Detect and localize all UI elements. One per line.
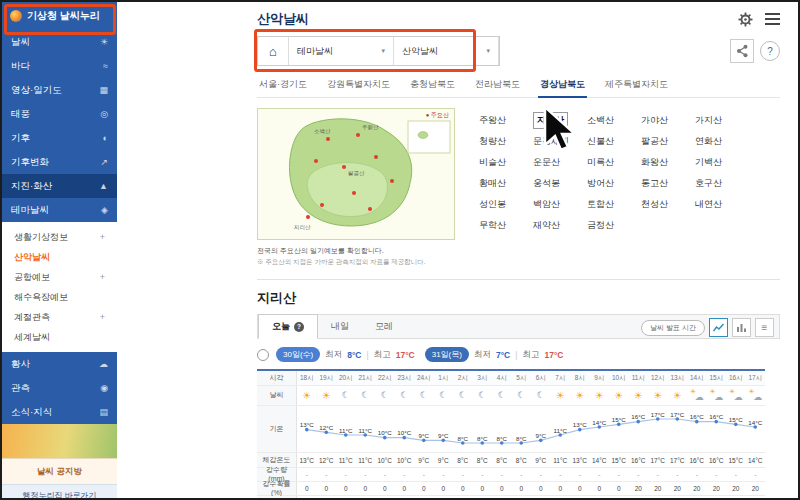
wind-cell: ↙2 xyxy=(317,496,337,500)
breadcrumb-box: ⌂ 테마날씨 ▾ 산악날씨 ▾ xyxy=(257,36,500,66)
mountain-link[interactable]: 토함산 xyxy=(587,194,641,215)
mountain-link[interactable]: 연화산 xyxy=(695,131,749,152)
submenu-item[interactable]: 세계날씨 xyxy=(2,327,117,347)
sidebar-item-label: 태풍 xyxy=(11,108,30,121)
region-tab[interactable]: 서울·경기도 xyxy=(257,75,309,97)
mountain-link[interactable]: 문경새재 xyxy=(533,131,587,152)
mountain-link[interactable]: 지리산 xyxy=(533,110,587,131)
mountain-link[interactable]: 성인봉 xyxy=(479,194,533,215)
gov-portal-link-banner[interactable]: 행정누리집 바로가기 xyxy=(2,484,117,498)
help-button[interactable]: ? xyxy=(760,41,780,61)
region-tab[interactable]: 경상남북도 xyxy=(538,75,587,98)
submenu-item[interactable]: 해수욕장예보 xyxy=(2,287,117,307)
mountain-link[interactable]: 금정산 xyxy=(587,215,641,236)
breadcrumb-dropdown-page[interactable]: 산악날씨 ▾ xyxy=(394,37,499,65)
mountain-link[interactable]: 방어산 xyxy=(587,173,641,194)
sidebar-item-dust[interactable]: 황사☁ xyxy=(2,352,117,376)
mountain-link[interactable]: 주왕산 xyxy=(479,110,533,131)
sidebar-item-volcano[interactable]: 지진·화산▲ xyxy=(2,174,117,198)
mountain-link[interactable]: 웅석봉 xyxy=(533,173,587,194)
precip-probability-cell: 0 xyxy=(492,482,512,495)
home-icon[interactable]: ⌂ xyxy=(258,37,289,65)
max-label: 최고 xyxy=(522,349,539,361)
row-label: 날씨 xyxy=(257,386,297,405)
list-view-button[interactable]: ≡ xyxy=(755,318,774,337)
day-tab[interactable]: 오늘? xyxy=(258,314,318,339)
mountain-link[interactable]: 청량산 xyxy=(479,131,533,152)
submenu-item[interactable]: 생활기상정보+ xyxy=(2,227,117,247)
promo-banner[interactable] xyxy=(2,424,117,458)
mountain-link[interactable]: 신불산 xyxy=(587,131,641,152)
hour-cell: 1시 xyxy=(434,371,454,385)
day-tab[interactable]: 내일 xyxy=(318,315,362,338)
wind-cell: →3 xyxy=(707,496,727,500)
menu-hamburger-icon[interactable] xyxy=(765,13,780,25)
submenu-item[interactable]: 공항예보+ xyxy=(2,267,117,287)
region-tab[interactable]: 충청남북도 xyxy=(408,75,457,97)
temp-value: 10°C xyxy=(375,429,395,436)
precip-probability-cell: 0 xyxy=(414,482,434,495)
chart-view-button[interactable] xyxy=(709,318,728,337)
breadcrumb-dropdown-theme-label: 테마날씨 xyxy=(297,45,333,58)
mountain-link[interactable]: 화왕산 xyxy=(641,152,695,173)
hour-cell: 18시 xyxy=(297,371,317,385)
separator: | xyxy=(515,350,517,360)
sidebar-item-typhoon[interactable]: 태풍◎ xyxy=(2,102,117,126)
mountain-link[interactable]: 호구산 xyxy=(695,173,749,194)
mountain-link[interactable]: 통고산 xyxy=(641,173,695,194)
mountain-link[interactable]: 비슬산 xyxy=(479,152,533,173)
wind-cell: ↙2 xyxy=(356,496,376,500)
mountain-link[interactable]: 소백산 xyxy=(587,110,641,131)
breadcrumb-dropdown-theme[interactable]: 테마날씨 ▾ xyxy=(289,37,394,65)
mountain-link[interactable]: 팔공산 xyxy=(641,131,695,152)
announce-time-button[interactable]: 날씨 발표 시간 xyxy=(641,320,705,336)
logo-text: 기상청 날씨누리 xyxy=(27,9,100,23)
mountain-link[interactable]: 황매산 xyxy=(479,173,533,194)
mountain-link[interactable]: 무학산 xyxy=(479,215,533,236)
mountain-link[interactable]: 가야산 xyxy=(641,110,695,131)
mountain-link[interactable]: 백암산 xyxy=(533,194,587,215)
wind-cell: ↓2 xyxy=(434,496,454,500)
mountain-link[interactable]: 재약산 xyxy=(533,215,587,236)
settings-gear-icon[interactable] xyxy=(738,12,753,27)
sidebar-item-observation[interactable]: 관측◉ xyxy=(2,376,117,400)
submenu-item[interactable]: 산악날씨 xyxy=(2,247,117,267)
mountain-name: 무학산 xyxy=(479,219,506,232)
precip-probability-cell: 20 xyxy=(687,482,707,495)
precip-probability-cell: 0 xyxy=(434,482,454,495)
sidebar-item-weather[interactable]: 날씨☀ xyxy=(2,30,117,54)
mountain-link[interactable]: 운문산 xyxy=(533,152,587,173)
sun-cloud-icon: ☀☁ xyxy=(691,390,703,402)
sidebar-item-climate[interactable]: 기후◐ xyxy=(2,126,117,150)
breadcrumb-dropdown-page-label: 산악날씨 xyxy=(402,45,438,58)
temp-value: 8°C xyxy=(512,435,532,442)
share-button[interactable] xyxy=(730,39,754,63)
sidebar-item-sea[interactable]: 바다≈ xyxy=(2,54,117,78)
region-tab[interactable]: 제주특별자치도 xyxy=(603,75,670,97)
mountain-link[interactable]: 천성산 xyxy=(641,194,695,215)
notice-banner[interactable]: 날씨 공지방 xyxy=(2,458,117,484)
weather-cell: ☾ xyxy=(473,386,493,405)
day-tab[interactable]: 모레 xyxy=(362,315,406,338)
mountain-link[interactable]: 미륵산 xyxy=(587,152,641,173)
submenu-item[interactable]: 계절관측+ xyxy=(2,307,117,327)
weather-cell: ☀☁ xyxy=(726,386,746,405)
temp-value: 15°C xyxy=(726,416,746,423)
sun-cloud-icon: ☀☁ xyxy=(730,390,742,402)
sidebar-item-climate-change[interactable]: 기후변화↗ xyxy=(2,150,117,174)
forecast-controls: 날씨 발표 시간 ≡ xyxy=(641,318,774,337)
kma-logo[interactable]: 기상청 날씨누리 xyxy=(2,2,117,30)
volcano-icon: ▲ xyxy=(99,181,108,191)
mountain-link[interactable]: 기백산 xyxy=(695,152,749,173)
bar-view-button[interactable] xyxy=(732,318,751,337)
sidebar-item-imagery[interactable]: 영상·일기도▦ xyxy=(2,78,117,102)
mountain-link[interactable]: 가지산 xyxy=(695,110,749,131)
mountain-link[interactable]: 내연산 xyxy=(695,194,749,215)
region-tab[interactable]: 전라남북도 xyxy=(473,75,522,97)
mountain-name: 지리산 xyxy=(533,112,568,129)
sidebar-item-theme-weather[interactable]: 테마날씨◈ xyxy=(2,198,117,222)
mountain-name: 금정산 xyxy=(587,219,614,232)
sidebar-item-news[interactable]: 소식·지식▤ xyxy=(2,400,117,424)
precipitation-cell: - xyxy=(356,468,376,481)
region-tab[interactable]: 강원특별자치도 xyxy=(325,75,392,97)
